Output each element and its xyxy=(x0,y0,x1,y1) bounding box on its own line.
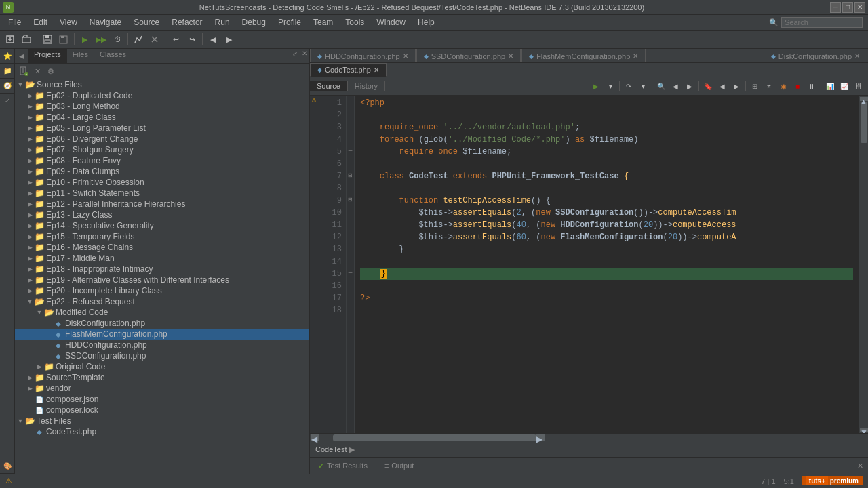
forward-btn[interactable]: ▶ xyxy=(222,32,237,47)
menu-file[interactable]: File xyxy=(3,16,26,28)
sidebar-close-btn[interactable]: ✕ xyxy=(300,49,309,63)
tree-item-composer-lock[interactable]: 📄 composer.lock xyxy=(15,405,309,415)
editor-tab-diskconfig[interactable]: ◆ DiskConfiguration.php ✕ xyxy=(764,49,867,62)
tree-item-ep02[interactable]: ▶ 📁 Ep02 - Duplicated Code xyxy=(15,90,309,101)
sidebar-maximize-btn[interactable]: ⤢ xyxy=(290,49,300,63)
menu-run[interactable]: Run xyxy=(210,16,235,28)
ed-chart-btn[interactable]: 📊 xyxy=(823,79,837,93)
delete-btn[interactable]: ✕ xyxy=(31,65,43,77)
ed-prev-btn[interactable]: ◀ xyxy=(669,79,682,93)
tree-item-ep09[interactable]: ▶ 📁 Ep09 - Data Clumps xyxy=(15,166,309,177)
tree-expand-icon[interactable]: ▶ xyxy=(26,222,34,229)
scroll-thumb[interactable] xyxy=(861,102,867,143)
menu-profile[interactable]: Profile xyxy=(273,16,307,28)
open-project-btn[interactable] xyxy=(19,32,34,47)
editor-tab-ssdconfig[interactable]: ◆ SSDConfiguration.php ✕ xyxy=(416,49,521,62)
minimize-button[interactable]: ─ xyxy=(830,2,841,13)
ed-prev-bookmark-btn[interactable]: ◀ xyxy=(715,79,729,93)
close-tab-icon[interactable]: ✕ xyxy=(854,52,860,60)
close-tab-icon[interactable]: ✕ xyxy=(508,52,513,60)
tree-item-ep08[interactable]: ▶ 📁 Ep08 - Feature Envy xyxy=(15,155,309,166)
fold-cell-7[interactable]: ⊟ xyxy=(347,169,354,181)
scroll-left-arrow[interactable]: ◀ xyxy=(311,434,319,441)
sidebar-tab-classes[interactable]: Classes xyxy=(94,49,132,63)
tree-expand-icon[interactable]: ▶ xyxy=(26,157,34,164)
tree-expand-icon[interactable]: ▶ xyxy=(26,374,34,381)
tree-item-ep18[interactable]: ▶ 📁 Ep18 - Inappropriate Intimacy xyxy=(15,264,309,274)
editor-tab-hddconfig[interactable]: ◆ HDDConfiguration.php ✕ xyxy=(310,49,416,62)
tree-item-modified-code[interactable]: ▼ 📂 Modified Code xyxy=(15,307,309,318)
menu-help[interactable]: Help xyxy=(412,16,440,28)
tree-expand-icon[interactable]: ▶ xyxy=(26,136,34,142)
tree-item-ep04[interactable]: ▶ 📁 Ep04 - Large Class xyxy=(15,112,309,123)
run-project-btn[interactable]: ▶ xyxy=(77,32,92,47)
tree-item-codetest[interactable]: ◆ CodeTest.php xyxy=(15,426,309,437)
editor-tab-codetest[interactable]: ◆ CodeTest.php ✕ xyxy=(310,63,387,77)
restore-button[interactable]: □ xyxy=(842,2,853,13)
tree-item-ep06[interactable]: ▶ 📁 Ep06 - Divergent Change xyxy=(15,134,309,144)
tree-expand-icon[interactable]: ▶ xyxy=(26,201,34,207)
tree-expand-icon[interactable]: ▶ xyxy=(26,266,34,272)
tree-item-ep15[interactable]: ▶ 📁 Ep15 - Temporary Fields xyxy=(15,231,309,242)
tree-expand-icon[interactable]: ▶ xyxy=(26,168,34,175)
ed-run-btn[interactable]: ▶ xyxy=(589,79,603,93)
tree-item-ep05[interactable]: ▶ 📁 Ep05 - Long Parameter List xyxy=(15,123,309,134)
nav-tasks[interactable]: ✓ xyxy=(0,94,14,108)
menu-view[interactable]: View xyxy=(54,16,83,28)
scroll-down-arrow[interactable]: ▼ xyxy=(860,428,868,432)
tree-expand-icon[interactable]: ▼ xyxy=(35,309,43,316)
menu-tools[interactable]: Tools xyxy=(340,16,370,28)
save-all-btn[interactable] xyxy=(56,32,71,47)
tree-expand-icon[interactable]: ▶ xyxy=(26,287,34,294)
profile-project-btn[interactable]: ⏱ xyxy=(110,32,125,47)
scroll-up-arrow[interactable]: ▲ xyxy=(860,97,868,101)
ed-step-drop-btn[interactable]: ▾ xyxy=(636,79,650,93)
breadcrumb-item[interactable]: CodeTest xyxy=(315,445,347,453)
nav-favorites[interactable]: ⭐ xyxy=(0,49,14,64)
ed-more-btn[interactable]: ◉ xyxy=(776,79,790,93)
tree-item-ep17[interactable]: ▶ 📁 Ep17 - Middle Man xyxy=(15,253,309,264)
output-tab[interactable]: ≡ Output xyxy=(376,460,422,471)
tree-item-ep22[interactable]: ▼ 📂 Ep22 - Refused Bequest xyxy=(15,296,309,307)
tree-expand-icon[interactable]: ▶ xyxy=(26,255,34,262)
close-tab-icon[interactable]: ✕ xyxy=(633,52,638,60)
ed-diff-btn[interactable]: ≠ xyxy=(762,79,776,93)
tree-item-original-code[interactable]: ▶ 📁 Original Code xyxy=(15,361,309,372)
test-results-tab[interactable]: ✔ Test Results xyxy=(310,460,376,472)
h-scroll-thumb[interactable] xyxy=(333,434,536,441)
nav-palette[interactable]: 🎨 xyxy=(0,459,14,474)
ed-step-btn[interactable]: ↷ xyxy=(622,79,635,93)
tree-item-ep20[interactable]: ▶ 📁 Ep20 - Incomplete Library Class xyxy=(15,285,309,296)
tree-expand-icon[interactable]: ▶ xyxy=(26,103,34,110)
ed-next-btn[interactable]: ▶ xyxy=(683,79,696,93)
fold-cell-15[interactable]: ─ xyxy=(347,266,354,279)
tree-expand-icon[interactable]: ▶ xyxy=(26,125,34,131)
tree-item-flashmem[interactable]: ◆ FlashMemConfiguration.php xyxy=(15,329,309,340)
redo-btn[interactable]: ↪ xyxy=(184,32,199,47)
ed-next-bookmark-btn[interactable]: ▶ xyxy=(730,79,743,93)
build-btn[interactable] xyxy=(131,32,146,47)
ed-toggle-btn[interactable]: ⊞ xyxy=(748,79,762,93)
tree-expand-icon[interactable]: ▶ xyxy=(26,92,34,99)
tree-expand-icon[interactable]: ▼ xyxy=(16,81,24,88)
back-btn[interactable]: ◀ xyxy=(205,32,220,47)
tree-expand-icon[interactable]: ▶ xyxy=(26,385,34,392)
debug-project-btn[interactable]: ▶▶ xyxy=(94,32,108,47)
tree-item-ep10[interactable]: ▶ 📁 Ep10 - Primitive Obsession xyxy=(15,177,309,188)
menu-edit[interactable]: Edit xyxy=(28,16,53,28)
tree-expand-icon[interactable]: ▼ xyxy=(16,418,24,424)
tree-item-vendor[interactable]: ▶ 📁 vendor xyxy=(15,383,309,394)
new-file-btn[interactable]: + xyxy=(18,65,30,77)
tree-item-ep13[interactable]: ▶ 📁 Ep13 - Lazy Class xyxy=(15,209,309,220)
ed-suspend-btn[interactable]: ⏸ xyxy=(805,79,818,93)
tree-expand-icon[interactable]: ▶ xyxy=(26,114,34,121)
code-content[interactable]: <?php require_once '../../vendor/autoloa… xyxy=(355,96,859,432)
new-project-btn[interactable] xyxy=(3,32,18,47)
tree-item-ep19[interactable]: ▶ 📁 Ep19 - Alternative Classes with Diff… xyxy=(15,274,309,285)
horizontal-scrollbar[interactable]: ◀ ▶ xyxy=(310,433,868,443)
tree-item-ssdconfig[interactable]: ◆ SSDConfiguration.php xyxy=(15,350,309,361)
editor-tab-flashmem[interactable]: ◆ FlashMemConfiguration.php ✕ xyxy=(521,49,646,62)
clean-btn[interactable] xyxy=(147,32,162,47)
tree-item-ep16[interactable]: ▶ 📁 Ep16 - Message Chains xyxy=(15,242,309,253)
tree-expand-icon[interactable]: ▶ xyxy=(26,211,34,218)
